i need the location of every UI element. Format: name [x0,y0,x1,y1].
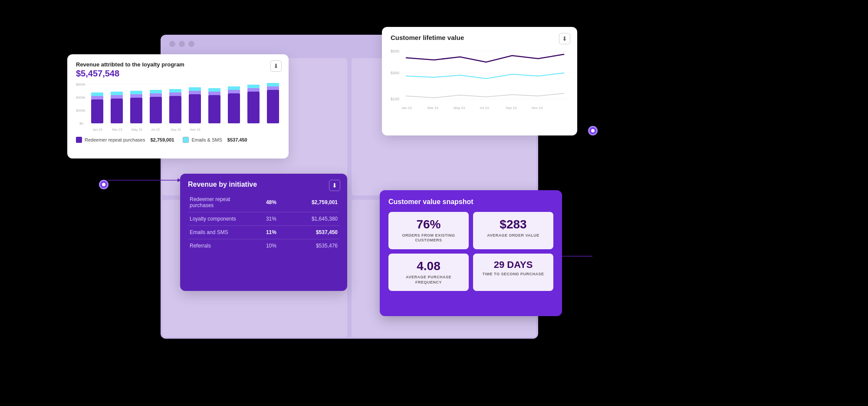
revenue-chart-value: $5,457,548 [76,69,280,79]
connector-dot-left [99,180,108,189]
revenue-chart-download-button[interactable]: ⬇ [270,60,282,72]
cvs-title: Customer value snapshot [388,198,553,206]
cvs-tiles-grid: 76% ORDERS FROM EXISTING CUSTOMERS $283 … [388,212,553,291]
cvs-tile-value-days: 29 DAYS [478,260,548,270]
svg-rect-30 [228,90,240,93]
svg-rect-34 [247,85,260,88]
svg-text:Nov 23: Nov 23 [190,128,201,132]
cvs-tile-value-aov: $283 [478,218,548,231]
rbi-table: Redeemer repeat purchases 48% $2,759,001… [188,193,339,252]
cvs-tile-value-orders: 76% [394,218,464,231]
svg-text:$200k: $200k [76,109,86,112]
clv-download-button[interactable]: ⬇ [559,33,570,44]
clv-card-title: Customer lifetime value [391,34,569,41]
rbi-row-value: $2,759,001 [286,193,339,212]
svg-rect-32 [247,92,260,123]
legend-item-sms: Emails & SMS $537,450 [183,137,247,143]
svg-rect-9 [91,96,103,99]
svg-rect-11 [111,99,123,123]
rbi-row-label: Referrals [188,239,256,253]
rbi-row-pct: 11% [256,226,286,239]
svg-rect-28 [208,88,220,92]
svg-rect-24 [189,91,201,94]
rbi-row-pct: 48% [256,193,286,212]
svg-rect-14 [130,98,142,123]
revenue-chart-card: Revenue attribted to the loyalty program… [67,54,289,158]
cvs-tile-freq: 4.08 AVERAGE PURCHASE FREQUENCY [388,254,469,291]
rbi-title: Revenue by initiative [188,181,339,188]
svg-rect-15 [130,94,142,98]
svg-text:May 23: May 23 [454,106,465,110]
svg-text:Mar 23: Mar 23 [112,128,122,132]
svg-text:Nov 23: Nov 23 [532,106,543,110]
cvs-tile-label-aov: AVERAGE ORDER VALUE [478,233,548,238]
cvs-tile-days: 29 DAYS TIME TO SECOND PURCHASE [473,254,553,291]
svg-rect-8 [91,99,103,123]
clv-line-chart: $500 $300 $100 Jan 23 Mar 23 May 23 Jul … [391,45,569,114]
svg-text:Jul 23: Jul 23 [480,106,489,110]
svg-rect-26 [208,95,220,123]
svg-rect-29 [228,93,240,123]
browser-dot-2 [179,41,185,47]
svg-rect-37 [267,83,279,86]
svg-text:Sep 23: Sep 23 [506,106,517,110]
svg-text:$0: $0 [79,122,83,125]
legend-label-sms: Emails & SMS [191,137,222,142]
table-row: Emails and SMS 11% $537,450 [188,226,339,239]
svg-rect-18 [150,93,162,97]
svg-text:Jan 23: Jan 23 [401,106,412,110]
cvs-tile-label-days: TIME TO SECOND PURCHASE [478,272,548,277]
svg-rect-12 [111,95,123,99]
connector-dot-right [588,126,598,135]
svg-text:May 23: May 23 [132,128,142,132]
revenue-bar-chart: $600k $400k $200k $0 [76,82,280,134]
svg-text:Jan 23: Jan 23 [92,128,102,132]
legend-label-redeemer: Redeemer repeat purchases [85,137,145,142]
svg-text:$500: $500 [391,49,399,53]
legend-box-sms [183,137,189,143]
svg-rect-20 [169,96,181,123]
svg-rect-22 [169,89,181,92]
svg-text:Mar 23: Mar 23 [427,106,438,110]
cvs-tile-label-orders: ORDERS FROM EXISTING CUSTOMERS [394,233,464,243]
svg-rect-13 [111,92,123,95]
clv-card: Customer lifetime value ⬇ $500 $300 $100… [382,27,577,135]
svg-rect-10 [91,92,103,96]
rbi-download-button[interactable]: ⬇ [329,180,340,191]
rbi-row-value: $537,450 [286,226,339,239]
svg-rect-17 [150,97,162,123]
legend-value-redeemer: $2,759,001 [150,137,174,142]
revenue-chart-title: Revenue attribted to the loyalty program [76,61,280,68]
svg-rect-36 [267,86,279,90]
svg-rect-19 [150,90,162,93]
svg-rect-23 [189,94,201,123]
rbi-row-label: Loyalty components [188,212,256,226]
rbi-row-value: $1,645,380 [286,212,339,226]
svg-text:$600k: $600k [76,83,86,86]
revenue-chart-legend: Redeemer repeat purchases $2,759,001 Ema… [76,137,280,143]
table-row: Redeemer repeat purchases 48% $2,759,001 [188,193,339,212]
svg-text:$300: $300 [391,71,399,75]
svg-rect-25 [189,87,201,91]
cvs-tile-value-freq: 4.08 [394,260,464,273]
rbi-row-label: Emails and SMS [188,226,256,239]
cvs-tile-aov: $283 AVERAGE ORDER VALUE [473,212,553,249]
legend-item-redeemer: Redeemer repeat purchases $2,759,001 [76,137,174,143]
svg-rect-27 [208,92,220,95]
rbi-row-pct: 10% [256,239,286,253]
browser-dot-1 [169,41,175,47]
cvs-tile-orders: 76% ORDERS FROM EXISTING CUSTOMERS [388,212,469,249]
svg-rect-16 [130,91,142,94]
customer-value-snapshot-card: Customer value snapshot 76% ORDERS FROM … [380,190,562,316]
rbi-row-pct: 31% [256,212,286,226]
revenue-by-initiative-card: Revenue by initiative ⬇ Redeemer repeat … [180,174,347,291]
browser-chrome [169,41,194,47]
table-row: Referrals 10% $535,476 [188,239,339,253]
svg-text:$400k: $400k [76,96,86,99]
browser-dot-3 [188,41,194,47]
svg-rect-21 [169,92,181,96]
rbi-row-label: Redeemer repeat purchases [188,193,256,212]
legend-box-redeemer [76,137,82,143]
legend-value-sms: $537,450 [227,137,247,142]
svg-text:Jul 23: Jul 23 [151,128,160,132]
